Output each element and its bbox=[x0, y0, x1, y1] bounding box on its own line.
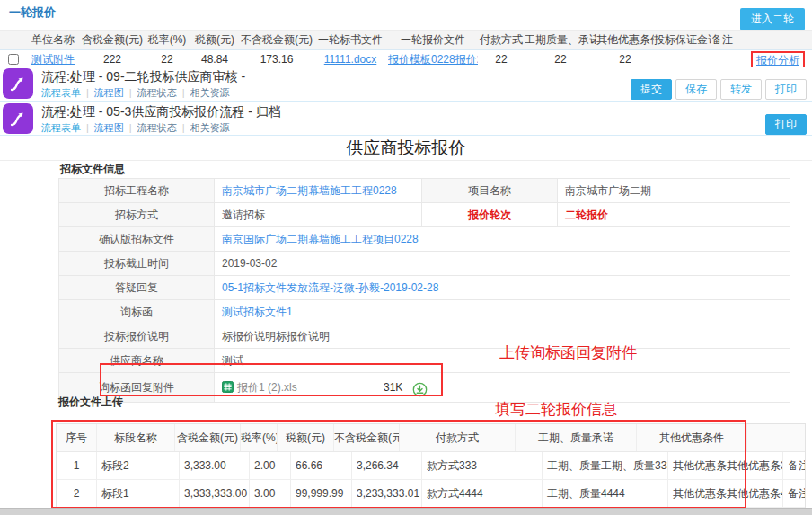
header-tax-amount: 税额(元) bbox=[189, 31, 241, 49]
header-note bbox=[747, 424, 805, 451]
download-icon[interactable] bbox=[412, 379, 428, 402]
qa-reply-link[interactable]: 05-1招标文件发放流程-泛微-孙毅-2019-02-28 bbox=[222, 281, 438, 294]
process1-buttons: 提交 保存 转发 打印 bbox=[631, 79, 807, 100]
cell-amount-with-tax: 3,333,333.00 bbox=[180, 480, 250, 507]
menu-divider: | bbox=[182, 87, 185, 98]
field-value: 05-1招标文件发放流程-泛微-孙毅-2019-02-28 bbox=[215, 276, 790, 299]
cell-tax-amount: 99,999.99 bbox=[291, 480, 352, 507]
process-diagram-link[interactable]: 流程图 bbox=[94, 122, 124, 133]
process-menu: 流程表单|流程图|流程状态|相关资源 bbox=[41, 86, 230, 100]
inquiry-letter-link[interactable]: 测试招标文件1 bbox=[222, 306, 293, 318]
cell-tax-rate: 22 bbox=[146, 50, 189, 68]
annotation-upload-hint: 上传询标函回复附件 bbox=[499, 342, 637, 363]
quote-file-link[interactable]: 报价模板0228报价2.xls bbox=[388, 53, 478, 66]
unit-name-link[interactable]: 测试附件 bbox=[31, 53, 75, 66]
field-label: 项目名称 bbox=[421, 179, 558, 202]
field-value-quote-round: 二轮报价 bbox=[558, 203, 790, 226]
process-form-link[interactable]: 流程表单 bbox=[41, 122, 81, 133]
process2-buttons: 打印 bbox=[765, 114, 807, 135]
save-button[interactable]: 保存 bbox=[675, 79, 717, 100]
process-form-link[interactable]: 流程表单 bbox=[41, 87, 81, 98]
table-row: 1 标段2 3,333.00 2.00 66.66 3,266.34 款方式33… bbox=[57, 452, 805, 480]
process-diagram-link[interactable]: 流程图 bbox=[94, 87, 124, 98]
cell-amount-with-tax: 222 bbox=[79, 50, 146, 68]
menu-divider: | bbox=[129, 122, 132, 133]
related-resource-link[interactable]: 相关资源 bbox=[190, 87, 230, 98]
round1-section-title: 一轮报价 bbox=[9, 4, 56, 21]
field-label-quote-round: 报价轮次 bbox=[421, 203, 558, 226]
header-note: 备注 bbox=[711, 31, 744, 49]
print-button[interactable]: 打印 bbox=[765, 79, 807, 100]
cell-amount-without-tax: 173.16 bbox=[241, 50, 313, 68]
cell-tax-rate: 2.00 bbox=[250, 452, 291, 479]
cell-amount-without-tax: 3,233,333.01 bbox=[352, 480, 422, 507]
header-bid-file: 一轮标书文件 bbox=[313, 31, 388, 49]
attachment-cell: 报价1 (2).xls 31K bbox=[215, 373, 790, 402]
workflow-icon bbox=[3, 103, 33, 134]
header-amount-without-tax: 不含税金额(元) bbox=[334, 424, 400, 451]
field-value: 邀请招标 bbox=[215, 203, 421, 226]
enter-round2-button[interactable]: 进入二轮 bbox=[740, 8, 805, 31]
cell-section-name: 标段1 bbox=[97, 480, 180, 507]
header-other-terms: 其他优惠条件 bbox=[637, 424, 747, 451]
header-other-terms: 其他优惠条件 bbox=[596, 31, 654, 49]
form-row: 答疑回复 05-1招标文件发放流程-泛微-孙毅-2019-02-28 bbox=[58, 276, 790, 300]
form-row: 招标工程名称 南京城市广场二期幕墙施工工程0228 项目名称 南京城市广场二期 bbox=[58, 178, 790, 203]
process-block-archive: 流程:处理 - 05-3供应商投标报价流程 - 归档 流程表单|流程图|流程状态… bbox=[0, 102, 812, 136]
cell-quality: 22 bbox=[525, 50, 596, 68]
round1-table-header: 单位名称 含税金额(元) 税率(%) 税额(元) 不含税金额(元) 一轮标书文件… bbox=[0, 30, 812, 50]
process-title: 流程:处理 - 09-二轮投标供应商审核 - bbox=[41, 69, 245, 85]
round1-quote-table: 单位名称 含税金额(元) 税率(%) 税额(元) 不含税金额(元) 一轮标书文件… bbox=[0, 30, 812, 69]
cell-payment: 款方式4444 bbox=[422, 480, 543, 507]
cell-note bbox=[711, 50, 744, 68]
quote-table-header: 序号 标段名称 含税金额(元) 税率(%) 税额(元) 不含税金额(元) 付款方… bbox=[57, 424, 805, 452]
process-title: 流程:处理 - 05-3供应商投标报价流程 - 归档 bbox=[41, 104, 281, 120]
cell-payment: 款方式333 bbox=[422, 452, 543, 479]
confirmed-file-link[interactable]: 南京国际广场二期幕墙施工工程项目0228 bbox=[222, 233, 419, 245]
field-label: 投标截止时间 bbox=[59, 252, 215, 275]
process-status-link[interactable]: 流程状态 bbox=[137, 87, 177, 98]
supplier-bid-page: 一轮报价 进入二轮 单位名称 含税金额(元) 税率(%) 税额(元) 不含税金额… bbox=[0, 0, 812, 515]
form-row: 投标报价说明 标报价说明标报价说明 bbox=[58, 324, 790, 349]
cell-tax-rate: 3.00 bbox=[250, 480, 291, 507]
header-section-name: 标段名称 bbox=[97, 424, 175, 451]
process-block-review: 流程:处理 - 09-二轮投标供应商审核 - 流程表单|流程图|流程状态|相关资… bbox=[0, 67, 812, 102]
related-resource-link[interactable]: 相关资源 bbox=[190, 122, 230, 133]
field-value: 测试招标文件1 bbox=[215, 300, 790, 324]
header-amount-with-tax: 含税金额(元) bbox=[79, 31, 146, 49]
header-tax-amount: 税额(元) bbox=[278, 424, 334, 451]
print-button[interactable]: 打印 bbox=[765, 114, 807, 135]
field-value: 南京城市广场二期 bbox=[558, 179, 790, 202]
bid-file-link[interactable]: 11111.docx bbox=[324, 53, 377, 66]
submit-button[interactable]: 提交 bbox=[631, 79, 672, 100]
attachment-file-link[interactable]: 报价1 (2).xls bbox=[237, 381, 297, 394]
table-row: 2 标段1 3,333,333.00 3.00 99,999.99 3,233,… bbox=[57, 480, 805, 508]
form-row: 确认版招标文件 南京国际广场二期幕墙施工工程项目0228 bbox=[58, 227, 790, 252]
form-row: 招标方式 邀请招标 报价轮次 二轮报价 bbox=[58, 203, 790, 227]
header-guarantee: 投标保证金证... bbox=[654, 31, 711, 49]
cell-index: 1 bbox=[57, 452, 97, 479]
form-row: 投标截止时间 2019-03-02 bbox=[58, 252, 790, 276]
forward-button[interactable]: 转发 bbox=[720, 79, 762, 100]
cell-tax-amount: 48.84 bbox=[189, 50, 241, 68]
cell-tax-amount: 66.66 bbox=[291, 452, 352, 479]
quote-analysis-link[interactable]: 报价分析 bbox=[756, 54, 799, 67]
process-status-link[interactable]: 流程状态 bbox=[137, 122, 177, 133]
cell-note: 备注 bbox=[783, 480, 805, 507]
header-analysis-cell bbox=[744, 31, 812, 49]
section-title-quote-upload: 报价文件上传 bbox=[58, 395, 123, 410]
menu-divider: | bbox=[129, 87, 132, 98]
page-bottom-strip bbox=[0, 508, 812, 515]
header-unit-name: 单位名称 bbox=[27, 31, 79, 49]
menu-divider: | bbox=[86, 87, 89, 98]
header-quality: 工期质量、承诺 bbox=[525, 31, 596, 49]
bid-info-form: 招标文件信息 招标工程名称 南京城市广场二期幕墙施工工程0228 项目名称 南京… bbox=[58, 162, 790, 403]
project-file-name-link[interactable]: 南京城市广场二期幕墙施工工程0228 bbox=[222, 184, 397, 197]
form-row: 供应商名称 测试 bbox=[58, 349, 790, 373]
cell-amount-with-tax: 3,333.00 bbox=[180, 452, 250, 479]
cell-guarantee bbox=[654, 50, 711, 68]
header-quote-file: 一轮报价文件 bbox=[388, 31, 478, 49]
header-amount-without-tax: 不含税金额(元) bbox=[241, 31, 313, 49]
row-checkbox[interactable] bbox=[8, 54, 19, 65]
field-label: 招标方式 bbox=[59, 203, 215, 226]
